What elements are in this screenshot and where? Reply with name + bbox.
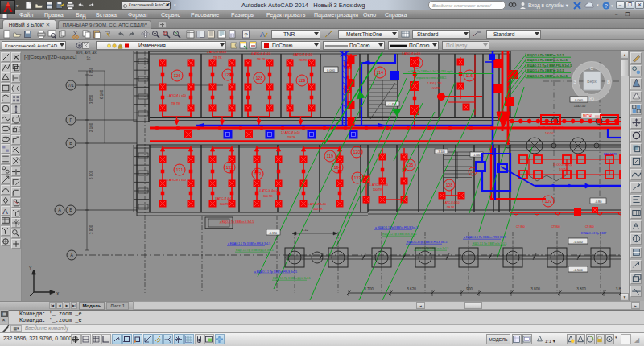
svg-text:а ЕЩАО-1.1 Пр 3 ВВГнг-FRLS 3х1: а ЕЩАО-1.1 Пр 3 ВВГнг-FRLS 3х1.5	[254, 270, 297, 274]
svg-text:А: А	[70, 253, 73, 257]
svg-text:ПВ ПК: ПВ ПК	[447, 206, 455, 209]
svg-text:100.50: 100.50	[545, 132, 553, 135]
svg-text:3 АПС-И 4х10: 3 АПС-И 4х10	[215, 197, 233, 200]
svg-text:З: З	[573, 80, 576, 84]
svg-text:Г: Г	[70, 117, 72, 122]
svg-text:128: 128	[256, 76, 263, 80]
svg-text:-3.100: -3.100	[437, 150, 445, 154]
svg-text:4 АПС-И 4 х10: 4 АПС-И 4 х10	[293, 53, 312, 56]
svg-text:1 АПС-И 4х10: 1 АПС-И 4х10	[443, 201, 460, 204]
svg-text:6 АПС-И 4х10: 6 АПС-И 4х10	[308, 203, 326, 206]
svg-text:12 АПС-И 4х10: 12 АПС-И 4х10	[281, 131, 300, 134]
svg-text:СП 800: СП 800	[585, 225, 594, 229]
svg-text:1 АПС-И 4 х10: 1 АПС-И 4 х10	[167, 94, 186, 97]
svg-text:ЕЩО-1.5 Пр 3 ВВГнг(А)-ls 3х1.5: ЕЩО-1.5 Пр 3 ВВГнг(А)-ls 3х1.5	[273, 277, 311, 280]
svg-text:ПВ ПК: ПВ ПК	[213, 56, 223, 60]
svg-text:МОЖ: МОЖ	[583, 114, 592, 118]
svg-text:1 ВУЦ, 2Ш: 1 ВУЦ, 2Ш	[427, 82, 442, 85]
svg-text:19 ОВ, ОВ, 800 GED: 19 ОВ, ОВ, 800 GED	[538, 126, 564, 130]
svg-text:ЕВО-1? ТК: ЕВО-1? ТК	[604, 153, 617, 156]
svg-text:ЕЩО-1.1 Пр 3 ВВГнг-ls 3х1.5: ЕЩО-1.1 Пр 3 ВВГнг-ls 3х1.5	[473, 242, 507, 245]
svg-text:ЕЩАО-1.1 Пр 3 ВВГ-FRLS 3х1.5: ЕЩАО-1.1 Пр 3 ВВГ-FRLS 3х1.5	[527, 64, 572, 68]
svg-text:134: 134	[334, 165, 341, 170]
svg-text:126: 126	[174, 73, 181, 78]
svg-text:в ЕВС1 Пр 2 ВВГнг-ls 3х1.5 в П: в ЕВС1 Пр 2 ВВГнг-ls 3х1.5 в ПВХ трубе	[408, 70, 453, 73]
svg-text:4 АПС-И 4х10: 4 АПС-И 4х10	[259, 189, 278, 192]
svg-text:ПВ ПК: ПВ ПК	[171, 102, 181, 105]
svg-text:132: 132	[226, 165, 233, 170]
svg-text:В: В	[607, 80, 610, 84]
svg-text:3 700: 3 700	[364, 287, 374, 291]
svg-text:4 АПС-И 4 х10: 4 АПС-И 4 х10	[251, 52, 270, 56]
svg-text:ЕЩО-1.2 Пр 3 ВВГнг-ls 3х1.5: ЕЩО-1.2 Пр 3 ВВГнг-ls 3х1.5	[527, 59, 568, 62]
svg-text:129: 129	[299, 78, 306, 83]
svg-text:СП 800: СП 800	[551, 225, 560, 229]
svg-text:27: 27	[87, 56, 91, 60]
svg-text:-0.80: -0.80	[595, 200, 602, 204]
svg-text:СП 800: СП 800	[516, 225, 525, 229]
svg-text:а ЕЩАО-1.1 Пр 3 ВВГнг-FRLS 3х1: а ЕЩАО-1.1 Пр 3 ВВГнг-FRLS 3х1.5	[375, 226, 418, 229]
svg-text:ЕЩО-1.4 Пр 3 ВВГнг 3х1.5: ЕЩО-1.4 Пр 3 ВВГнг 3х1.5	[527, 69, 564, 72]
svg-text:1-12: 1-12	[302, 228, 309, 232]
svg-text:?: ?	[244, 31, 248, 39]
svg-text:4 АПС-И 4 х10: 4 АПС-И 4 х10	[167, 179, 186, 182]
svg-text:Б: Б	[69, 208, 72, 212]
svg-text:а ЕЩАО-1.1 Пр 3 ВВГнг-FRLS 3х1: а ЕЩАО-1.1 Пр 3 ВВГнг-FRLS 3х1.5	[228, 242, 270, 245]
svg-text:Ю: Ю	[589, 97, 594, 101]
svg-text:открыто по стене, ав.ЕВС1: открыто по стене, ав.ЕВС1	[416, 76, 447, 80]
svg-text:а ЕЩАО-1.1 Пр 3 ВВГнг-FRL3 3х1: а ЕЩАО-1.1 Пр 3 ВВГнг-FRL3 3х1.5	[464, 236, 506, 239]
svg-text:3 050: 3 050	[89, 67, 93, 76]
svg-text:С: С	[590, 66, 594, 71]
svg-text:+542.50: +542.50	[574, 104, 586, 108]
svg-text:133: 133	[254, 171, 262, 176]
svg-text:A: A	[2, 206, 8, 215]
svg-text:а ЕЩО-1 Пр 3 ВВГнг-ls 3х1.5: а ЕЩО-1 Пр 3 ВВГнг-ls 3х1.5	[220, 220, 254, 224]
svg-text:0.000: 0.000	[575, 98, 584, 102]
svg-text:6 000: 6 000	[89, 170, 93, 179]
svg-text:ЕЩО-1.5 Пр 3 ВВГнг(А)-ls 3х1.5: ЕЩО-1.5 Пр 3 ВВГнг(А)-ls 3х1.5	[236, 249, 274, 252]
svg-text:ЕЩО-1.6 Пр 3 ВВГнг 3х1.5: ЕЩО-1.6 Пр 3 ВВГнг 3х1.5	[527, 54, 564, 57]
svg-text:19 ОК ОЛ ВООД: 19 ОК ОЛ ВООД	[553, 163, 573, 167]
svg-text:0.000: 0.000	[327, 68, 336, 72]
svg-text:3 8: 3 8	[616, 287, 621, 291]
svg-text:131: 131	[176, 167, 184, 172]
svg-text:300 ПК: 300 ПК	[220, 203, 230, 206]
svg-text:ПВ ПК: ПВ ПК	[287, 136, 295, 139]
svg-text:109: 109	[545, 199, 552, 204]
svg-text:ВУЗ, АУЛ, АХ: ВУЗ, АУЛ, АХ	[76, 51, 97, 55]
svg-text:ПВ ПК: ПВ ПК	[299, 59, 308, 62]
svg-text:100 ПК: 100 ПК	[373, 188, 383, 192]
svg-text:ЕЩО-1.3 Пр 3 ВВГнг-ls 3х1.5: ЕЩО-1.3 Пр 3 ВВГнг-ls 3х1.5	[527, 75, 568, 78]
svg-text:7/1: 7/1	[68, 83, 74, 88]
svg-text:3 800: 3 800	[576, 287, 586, 291]
svg-text:ЕЩАО-1.3 Пр 3 ВВГнг-FRLS 3х1.5: ЕЩАО-1.3 Пр 3 ВВГнг-FRLS 3х1.5	[407, 241, 447, 244]
svg-text:3 620: 3 620	[407, 287, 416, 291]
svg-text:-0.500: -0.500	[573, 268, 583, 272]
svg-text:120: 120	[353, 150, 361, 154]
svg-text:ЕУШАО-1.3 Пр 3 ВВГ: ЕУШАО-1.3 Пр 3 ВВГ	[581, 232, 607, 235]
svg-text:133: 133	[354, 175, 361, 180]
svg-text:6 100: 6 100	[100, 89, 104, 99]
svg-text:119: 119	[327, 154, 333, 159]
svg-text:-0.150: -0.150	[269, 232, 277, 235]
svg-text:108: 108	[446, 183, 453, 187]
svg-text:?: ?	[605, 3, 608, 9]
svg-text:ЕЩО-1.2 Пр 3 ВВГнг-ls 3х1.5: ЕЩО-1.2 Пр 3 ВВГнг-ls 3х1.5	[382, 233, 417, 236]
svg-text:100 ПК: 100 ПК	[431, 87, 441, 90]
svg-text:2 АПС-И 4 х10: 2 АПС-И 4 х10	[207, 51, 226, 54]
svg-text:ПВ ПК: ПВ ПК	[257, 58, 266, 61]
svg-text:3 800: 3 800	[530, 287, 540, 291]
svg-text:1 АПС-И 4х10: 1 АПС-И 4х10	[369, 183, 388, 187]
svg-text:115: 115	[470, 171, 475, 174]
svg-text:900: 900	[466, 287, 473, 291]
svg-text:-1.000: -1.000	[473, 154, 481, 157]
svg-text:100.50: 100.50	[559, 168, 568, 171]
svg-text:127: 127	[225, 72, 232, 77]
svg-text:Верх: Верх	[587, 79, 597, 84]
svg-text:А: А	[58, 208, 61, 212]
svg-text:500 ПК: 500 ПК	[313, 208, 324, 211]
svg-text:A: A	[260, 31, 265, 39]
svg-text:3 050: 3 050	[89, 94, 93, 104]
svg-text:-0.040: -0.040	[573, 240, 583, 244]
svg-text:3 900: 3 900	[89, 224, 93, 234]
